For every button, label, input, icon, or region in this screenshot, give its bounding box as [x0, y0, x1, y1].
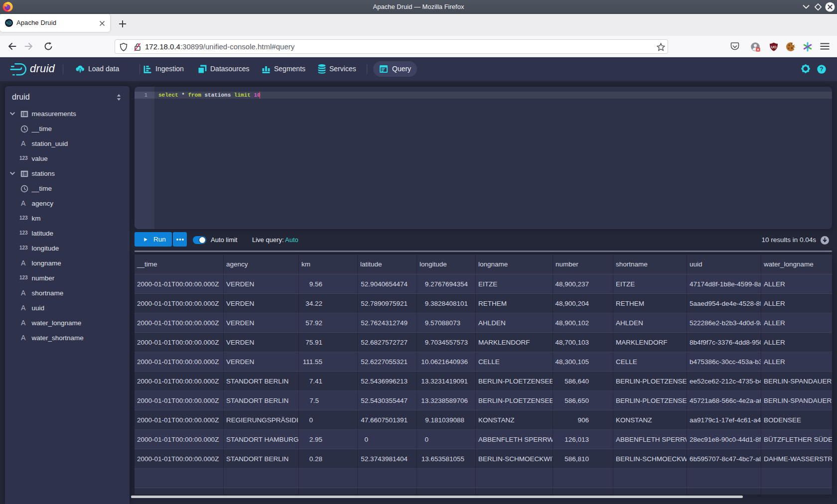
- svg-text:UO: UO: [771, 45, 776, 49]
- svg-text:?: ?: [820, 66, 823, 73]
